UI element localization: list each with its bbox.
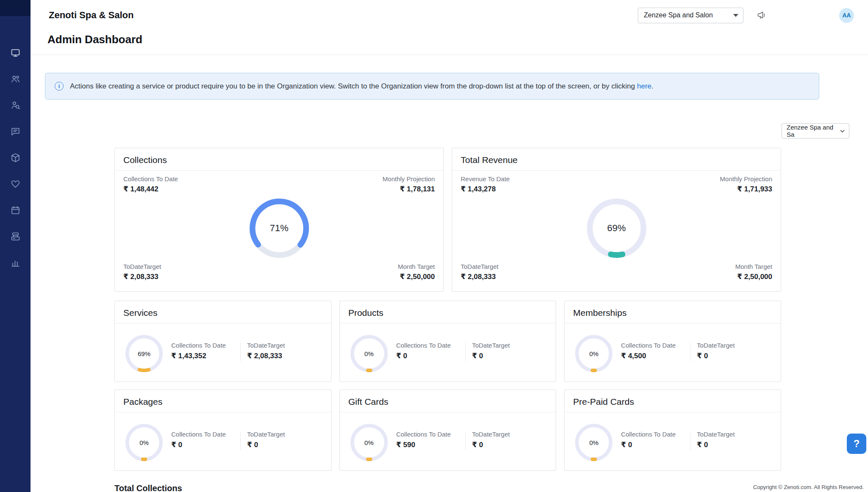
stat-to-date-target: ToDateTarget ₹ 2,08,333 xyxy=(461,263,498,281)
banner-link[interactable]: here xyxy=(637,82,651,90)
stat-revenue-to-date: Revenue To Date ₹ 1,43,278 xyxy=(461,175,510,193)
stat-divider xyxy=(690,343,690,361)
chevron-down-icon xyxy=(840,128,845,134)
small-cards-row-1: Services 69% Collections To Date ₹ 1,43,… xyxy=(114,301,781,382)
card-title: Total Revenue xyxy=(461,155,517,165)
pre-paid-cards-donut-chart: 0% xyxy=(574,423,613,462)
stat-divider xyxy=(240,431,241,450)
stat-to-date-target: ToDateTarget ₹ 0 xyxy=(697,431,734,449)
percent-label: 0% xyxy=(350,423,389,462)
stat-collections-to-date: Collections To Date ₹ 590 xyxy=(396,431,451,449)
stat-collections-to-date: Collections To Date ₹ 0 xyxy=(171,431,226,449)
app-title: Zenoti Spa & Salon xyxy=(49,10,134,21)
card-title: Memberships xyxy=(573,308,626,318)
card-packages: Packages 0% Collections To Date ₹ 0 ToDa… xyxy=(114,390,331,471)
card-title: Products xyxy=(348,308,384,318)
services-donut-chart: 69% xyxy=(125,334,164,373)
card-divider xyxy=(115,170,443,171)
info-banner: i Actions like creating a service or pro… xyxy=(45,73,819,100)
megaphone-icon[interactable] xyxy=(755,9,768,22)
card-title: Services xyxy=(123,308,158,318)
card-divider xyxy=(115,412,331,412)
card-total-revenue: Total Revenue Revenue To Date ₹ 1,43,278… xyxy=(452,148,781,292)
stat-monthly-projection: Monthly Projection ₹ 1,78,131 xyxy=(383,175,435,193)
card-divider xyxy=(565,412,781,412)
card-services: Services 69% Collections To Date ₹ 1,43,… xyxy=(114,301,331,382)
stat-divider xyxy=(465,431,466,450)
stat-divider xyxy=(690,431,690,450)
register-icon[interactable] xyxy=(9,230,21,242)
card-pre-paid-cards: Pre-Paid Cards 0% Collections To Date ₹ … xyxy=(564,390,781,471)
gift-cards-donut-chart: 0% xyxy=(350,423,389,462)
packages-donut-chart: 0% xyxy=(125,423,164,462)
center-filter-label: Zenzee Spa and Sa xyxy=(787,124,840,138)
org-select[interactable]: Zenzee Spa and Salon xyxy=(638,8,743,23)
filter-row: Zenzee Spa and Sa xyxy=(31,123,849,138)
loyalty-icon[interactable] xyxy=(9,178,21,190)
employees-icon[interactable] xyxy=(9,73,21,85)
stat-to-date-target: ToDateTarget ₹ 2,08,333 xyxy=(247,342,285,360)
cards-area: Collections Collections To Date ₹ 1,48,4… xyxy=(114,148,781,492)
sidebar-logo-block xyxy=(0,0,31,16)
appointments-icon[interactable] xyxy=(9,204,21,216)
card-gift-cards: Gift Cards 0% Collections To Date ₹ 590 … xyxy=(339,390,556,471)
stat-to-date-target: ToDateTarget ₹ 0 xyxy=(472,431,510,449)
stat-month-target: Month Target ₹ 2,50,000 xyxy=(398,263,435,281)
center-filter-select[interactable]: Zenzee Spa and Sa xyxy=(782,123,849,138)
stat-collections-to-date: Collections To Date ₹ 0 xyxy=(621,431,676,449)
stat-to-date-target: ToDateTarget ₹ 0 xyxy=(247,431,285,449)
percent-label: 0% xyxy=(574,423,613,462)
percent-label: 69% xyxy=(125,334,164,373)
dashboard-icon[interactable] xyxy=(9,47,21,58)
card-title: Collections xyxy=(123,155,167,165)
card-divider xyxy=(452,170,781,171)
stat-monthly-projection: Monthly Projection ₹ 1,71,933 xyxy=(720,175,772,193)
copyright-text: Copyright © Zenoti.com. All Rights Reser… xyxy=(753,484,864,490)
big-cards-row: Collections Collections To Date ₹ 1,48,4… xyxy=(114,148,781,292)
guest-search-icon[interactable] xyxy=(9,99,21,111)
reports-icon[interactable] xyxy=(9,257,21,268)
memberships-donut-chart: 0% xyxy=(574,334,613,373)
sidebar-nav xyxy=(0,47,31,268)
help-button[interactable]: ? xyxy=(847,434,866,454)
dropdown-arrow-icon xyxy=(733,14,738,17)
stat-collections-to-date: Collections To Date ₹ 4,500 xyxy=(621,342,676,360)
info-icon: i xyxy=(55,82,64,91)
percent-label: 71% xyxy=(248,197,310,259)
percent-label: 0% xyxy=(125,423,164,462)
inventory-icon[interactable] xyxy=(9,152,21,163)
stat-collections-to-date: Collections To Date ₹ 1,43,352 xyxy=(171,342,226,360)
title-row: Admin Dashboard xyxy=(31,30,868,55)
total-collections-heading: Total Collections xyxy=(114,484,781,492)
top-bar-right: Zenzee Spa and Salon AA xyxy=(638,8,854,23)
feedback-icon[interactable] xyxy=(9,125,21,137)
card-title: Gift Cards xyxy=(348,397,389,407)
card-title: Pre-Paid Cards xyxy=(573,397,634,407)
stat-to-date-target: ToDateTarget ₹ 2,08,333 xyxy=(123,263,161,281)
stat-divider xyxy=(240,343,241,361)
collections-donut-chart: 71% xyxy=(248,197,310,259)
percent-label: 0% xyxy=(574,334,613,373)
banner-text: Actions like creating a service or produ… xyxy=(70,82,654,91)
card-title: Packages xyxy=(123,397,162,407)
main-area: Zenoti Spa & Salon Zenzee Spa and Salon … xyxy=(31,0,868,492)
card-products: Products 0% Collections To Date ₹ 0 ToDa… xyxy=(339,301,556,382)
org-select-label: Zenzee Spa and Salon xyxy=(644,11,713,19)
sidebar xyxy=(0,0,31,492)
small-cards-row-2: Packages 0% Collections To Date ₹ 0 ToDa… xyxy=(114,390,781,471)
page-title: Admin Dashboard xyxy=(47,33,868,46)
percent-label: 69% xyxy=(586,197,648,259)
card-divider xyxy=(340,412,556,412)
card-divider xyxy=(340,323,556,323)
card-collections: Collections Collections To Date ₹ 1,48,4… xyxy=(114,148,444,292)
total-revenue-donut-chart: 69% xyxy=(586,197,648,259)
percent-label: 0% xyxy=(350,334,389,373)
card-memberships: Memberships 0% Collections To Date ₹ 4,5… xyxy=(564,301,781,382)
stat-collections-to-date: Collections To Date ₹ 1,48,442 xyxy=(123,175,178,193)
products-donut-chart: 0% xyxy=(350,334,389,373)
stat-to-date-target: ToDateTarget ₹ 0 xyxy=(697,342,734,360)
stat-collections-to-date: Collections To Date ₹ 0 xyxy=(396,342,451,360)
card-divider xyxy=(115,323,331,323)
avatar[interactable]: AA xyxy=(839,8,854,23)
stat-month-target: Month Target ₹ 2,50,000 xyxy=(735,263,772,281)
